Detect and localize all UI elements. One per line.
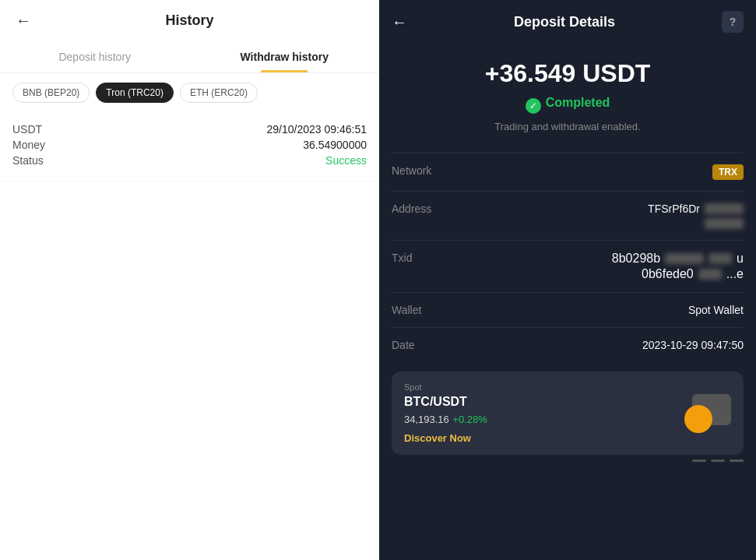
right-back-button[interactable]: ←: [392, 13, 407, 31]
txid-blur2: [709, 253, 732, 264]
txid-blur3: [698, 269, 722, 280]
coin-date: 29/10/2023 09:46:51: [267, 123, 367, 136]
status-badge: Completed: [546, 96, 610, 110]
coin-label: USDT: [12, 123, 42, 136]
money-label: Money: [12, 139, 45, 151]
dash-3: [730, 460, 744, 462]
money-row: Money 36.54900000: [12, 139, 367, 151]
spot-price: 34,193.16: [404, 414, 449, 425]
wallet-row: Wallet Spot Wallet: [392, 292, 744, 327]
status-row: Status Success: [12, 154, 367, 167]
spot-price-row: 34,193.16 +0.28%: [404, 412, 487, 426]
network-value: TRX: [712, 164, 744, 180]
left-panel: ← History Deposit history Withdraw histo…: [0, 0, 379, 560]
network-row: Network TRX: [392, 153, 744, 191]
date-value: 2023-10-29 09:47:50: [642, 339, 744, 351]
detail-rows: Network TRX Address TFSrPf6Dr Txid 8b029…: [379, 153, 756, 362]
status-description: Trading and withdrawal enabled.: [392, 121, 744, 132]
spot-label: Spot: [404, 382, 487, 392]
txid-value: 8b0298b u 0b6fede0 ...e: [612, 252, 744, 281]
discover-button[interactable]: Discover Now: [404, 432, 487, 444]
history-item[interactable]: USDT 29/10/2023 09:46:51 Money 36.549000…: [0, 112, 379, 181]
txid-row: Txid 8b0298b u 0b6fede0 ...e: [392, 240, 744, 292]
spot-chart-icon: [684, 394, 731, 433]
money-value: 36.54900000: [303, 139, 367, 151]
spot-icon-circle: [684, 405, 712, 433]
address-value: TFSrPf6Dr: [648, 203, 744, 229]
status-value: Success: [325, 154, 367, 167]
chip-bnb[interactable]: BNB (BEP20): [12, 83, 90, 103]
help-button[interactable]: ?: [722, 11, 744, 33]
right-header: ← Deposit Details ?: [379, 0, 756, 44]
spot-info: Spot BTC/USDT 34,193.16 +0.28% Discover …: [404, 382, 487, 444]
left-header: ← History: [0, 0, 379, 41]
tab-withdraw[interactable]: Withdraw history: [190, 41, 380, 72]
spot-card[interactable]: Spot BTC/USDT 34,193.16 +0.28% Discover …: [392, 372, 744, 455]
dash-1: [692, 460, 706, 462]
date-row: Date 2023-10-29 09:47:50: [392, 327, 744, 362]
chip-eth[interactable]: ETH (ERC20): [180, 83, 258, 103]
dash-2: [711, 460, 725, 462]
address-row: Address TFSrPf6Dr: [392, 191, 744, 240]
txid-label: Txid: [392, 252, 412, 264]
completed-icon: ✓: [526, 98, 541, 114]
network-label: Network: [392, 164, 431, 177]
wallet-label: Wallet: [392, 304, 421, 316]
spot-pair: BTC/USDT: [404, 395, 487, 409]
amount-section: +36.549 USDT ✓ Completed Trading and wit…: [379, 44, 756, 153]
wallet-value: Spot Wallet: [688, 304, 744, 316]
right-panel: ← Deposit Details ? +36.549 USDT ✓ Compl…: [379, 0, 756, 560]
date-label: Date: [392, 339, 415, 351]
filter-chips: BNB (BEP20) Tron (TRC20) ETH (ERC20): [0, 73, 379, 112]
txid-blur1: [665, 253, 704, 264]
spot-change: +0.28%: [452, 414, 487, 425]
tab-deposit[interactable]: Deposit history: [0, 41, 190, 72]
status-label: Status: [12, 154, 44, 167]
right-page-title: Deposit Details: [407, 14, 722, 30]
address-label: Address: [392, 203, 431, 215]
tabs-container: Deposit history Withdraw history: [0, 41, 379, 73]
separator-dashes: [379, 455, 756, 462]
chip-tron[interactable]: Tron (TRC20): [96, 83, 174, 103]
page-title: History: [16, 12, 364, 29]
deposit-amount: +36.549 USDT: [392, 59, 744, 88]
back-button[interactable]: ←: [16, 12, 31, 30]
coin-row: USDT 29/10/2023 09:46:51: [12, 123, 367, 136]
